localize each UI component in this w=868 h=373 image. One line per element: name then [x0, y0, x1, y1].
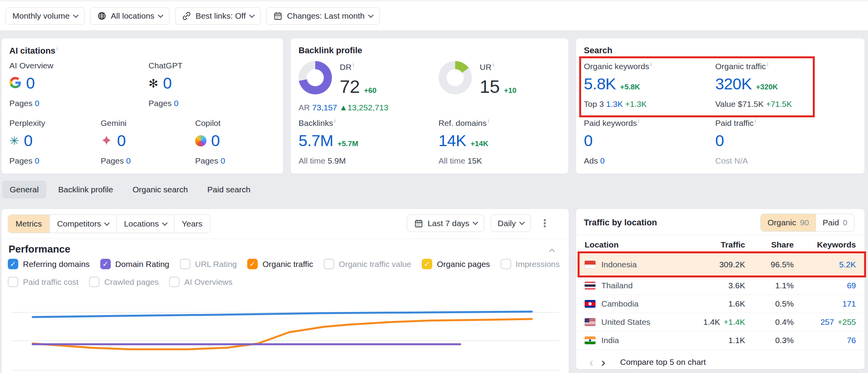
checkbox-organic-traffic[interactable]: ✓Organic traffic — [247, 259, 313, 269]
checkbox-box[interactable] — [169, 277, 180, 287]
best-links-dropdown[interactable]: Best links: Off — [175, 7, 261, 25]
info-icon[interactable]: i — [57, 45, 58, 52]
table-row-thailand[interactable]: Thailand 3.6K 1.1% 69 — [576, 277, 865, 295]
segment-locations[interactable]: Locations — [116, 215, 174, 233]
toggle-paid[interactable]: Paid 0 — [816, 214, 854, 231]
ai-overview-pages-link[interactable]: 0 — [35, 99, 39, 108]
backlinks-value[interactable]: 5.7M — [299, 132, 333, 150]
paid-traffic-value: 0 — [715, 132, 724, 150]
toggle-organic[interactable]: Organic 90 — [761, 214, 816, 231]
checkbox-url-rating[interactable]: URL Rating — [180, 259, 237, 269]
info-icon[interactable]: i — [493, 62, 494, 68]
checkbox-organic-traffic-value[interactable]: Organic traffic value — [324, 259, 411, 269]
checkbox-paid-traffic-cost[interactable]: Paid traffic cost — [8, 277, 79, 287]
checkbox-box[interactable]: ✓ — [8, 259, 18, 269]
column-share[interactable]: Share — [745, 240, 794, 249]
checkbox-crawled-pages[interactable]: Crawled pages — [89, 277, 159, 287]
link-icon — [182, 11, 191, 21]
table-row-united-states[interactable]: United States 1.4K+1.4K 0.4% 257+255 — [576, 313, 865, 331]
collapse-chevron-icon[interactable] — [550, 247, 554, 255]
search-card: Search Organic keywordsi 5.8K +5.8K Top … — [576, 38, 865, 174]
tab-backlink-profile[interactable]: Backlink profile — [51, 181, 121, 199]
paid-keywords-value: 0 — [584, 132, 592, 150]
ref-domains-alltime: 15K — [468, 156, 482, 165]
prev-page-arrow[interactable]: ‹ — [585, 356, 597, 368]
info-icon[interactable]: i — [334, 118, 335, 124]
chart-date-tools: Last 7 days Daily ⋮ — [407, 214, 552, 232]
column-keywords[interactable]: Keywords — [794, 240, 856, 249]
organic-count: 90 — [800, 218, 809, 227]
checkbox-box[interactable] — [324, 259, 334, 269]
metric-checkbox-row-2: Paid traffic cost Crawled pages AI Overv… — [8, 277, 232, 287]
info-icon[interactable]: i — [353, 62, 354, 68]
segment-metrics[interactable]: Metrics — [8, 215, 49, 233]
ads-link[interactable]: 0 — [600, 156, 605, 165]
google-g-icon — [9, 77, 21, 90]
info-icon[interactable]: i — [638, 118, 639, 124]
checkbox-box[interactable]: ✓ — [247, 259, 258, 269]
tab-general[interactable]: General — [2, 181, 46, 199]
checkbox-box[interactable] — [8, 277, 18, 287]
monthly-volume-dropdown[interactable]: Monthly volume — [5, 7, 85, 25]
ref-domains-value[interactable]: 14K — [438, 132, 466, 150]
table-header: Location Traffic Share Keywords — [576, 237, 865, 253]
checkbox-ai-overviews[interactable]: AI Overviews — [169, 277, 232, 287]
backlinks-stat: Backlinksi 5.7M +5.7M All time 5.9M — [299, 118, 358, 166]
kebab-menu-icon[interactable]: ⋮ — [537, 217, 552, 230]
organic-traffic-delta: +320K — [756, 83, 778, 91]
keywords-link[interactable]: 257 — [821, 317, 834, 326]
tab-paid-search[interactable]: Paid search — [200, 181, 258, 199]
tab-organic-search[interactable]: Organic search — [125, 181, 195, 199]
keywords-link[interactable]: 5.2K — [839, 260, 856, 269]
organic-keywords-value[interactable]: 5.8K — [584, 75, 616, 93]
copilot-pages-link[interactable]: 0 — [220, 156, 225, 165]
monthly-volume-label: Monthly volume — [12, 11, 70, 21]
gemini-icon — [101, 134, 112, 148]
segment-competitors[interactable]: Competitors — [49, 215, 116, 233]
checkbox-box[interactable] — [180, 259, 190, 269]
next-page-arrow[interactable]: › — [597, 356, 610, 368]
top3-link[interactable]: 1.3K — [606, 99, 623, 108]
info-icon[interactable]: i — [767, 61, 768, 67]
keywords-link[interactable]: 76 — [847, 336, 856, 345]
checkbox-impressions[interactable]: Impressions — [501, 259, 560, 269]
thailand-flag-icon — [585, 282, 596, 289]
gemini-pages-link[interactable]: 0 — [126, 156, 131, 165]
checkbox-referring-domains[interactable]: ✓Referring domains — [8, 259, 90, 269]
performance-line-chart[interactable] — [2, 297, 569, 373]
keywords-link[interactable]: 171 — [842, 299, 856, 308]
segment-years[interactable]: Years — [174, 215, 210, 233]
all-locations-dropdown[interactable]: All locations — [90, 7, 169, 25]
checkbox-box[interactable] — [89, 277, 100, 287]
chatgpt-pages-link[interactable]: 0 — [174, 99, 178, 108]
perplexity-value: 0 — [24, 132, 33, 150]
organic-traffic-value[interactable]: 320K — [715, 75, 752, 93]
column-location[interactable]: Location — [585, 240, 654, 249]
chevron-down-icon — [73, 12, 79, 17]
india-flag-icon — [585, 336, 596, 344]
info-icon[interactable]: i — [650, 61, 651, 67]
checkbox-box[interactable]: ✓ — [100, 259, 111, 269]
perplexity-pages-link[interactable]: 0 — [35, 156, 39, 165]
cost-value: N/A — [734, 156, 748, 165]
column-traffic[interactable]: Traffic — [654, 240, 745, 249]
checkbox-organic-pages[interactable]: ✓Organic pages — [422, 259, 490, 269]
info-icon[interactable]: i — [755, 118, 756, 124]
checkbox-box[interactable]: ✓ — [422, 259, 432, 269]
info-icon[interactable]: i — [488, 118, 489, 124]
table-row-india[interactable]: India 1.1K 0.3% 76 — [576, 331, 865, 350]
ur-value: 15 — [480, 76, 499, 97]
table-row-cambodia[interactable]: Cambodia 1.6K 0.5% 171 — [576, 295, 865, 313]
backlink-profile-card: Backlink profile DRi 72 +60 AR 73,157 ▲1… — [291, 38, 568, 174]
compare-top5-link[interactable]: Compare top 5 on chart — [620, 357, 706, 367]
date-range-dropdown[interactable]: Last 7 days — [407, 214, 484, 232]
granularity-dropdown[interactable]: Daily — [491, 214, 531, 232]
changes-dropdown[interactable]: Changes: Last month — [266, 7, 380, 25]
checkbox-domain-rating[interactable]: ✓Domain Rating — [100, 259, 169, 269]
table-row-indonesia[interactable]: Indonesia 309.2K 96.5% 5.2K — [576, 253, 865, 277]
chart-mode-segments: Metrics Competitors Locations Years — [8, 214, 210, 233]
checkbox-box[interactable] — [501, 259, 511, 269]
ur-delta: +10 — [504, 86, 516, 95]
keywords-link[interactable]: 69 — [847, 281, 856, 290]
ar-value-link[interactable]: 73,157 — [312, 103, 337, 112]
